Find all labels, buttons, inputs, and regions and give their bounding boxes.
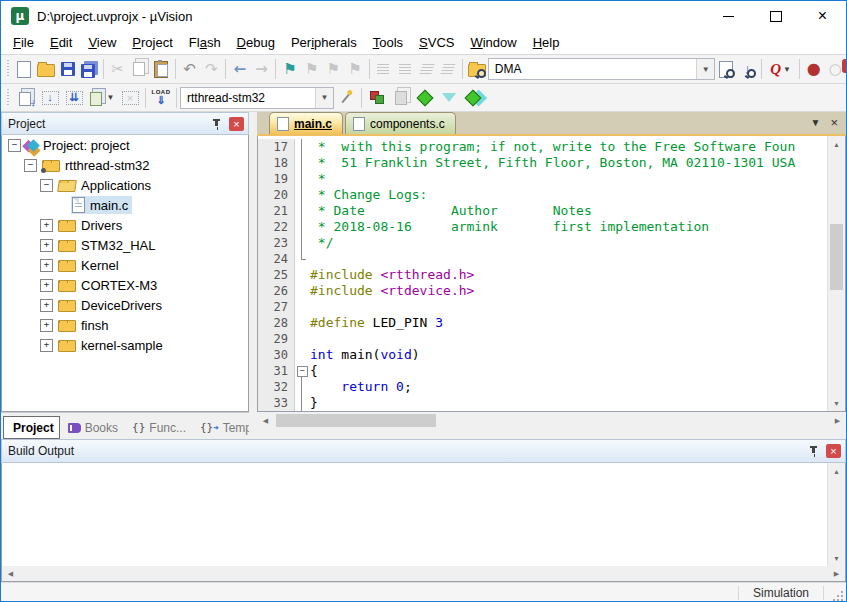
open-file-button[interactable] xyxy=(35,58,57,81)
incremental-find-button[interactable]: ↓ xyxy=(737,58,759,81)
build-output-hscrollbar[interactable]: ◀ ▶ xyxy=(2,566,845,581)
collapse-box-icon[interactable]: − xyxy=(24,159,37,172)
scroll-up-icon[interactable]: ▲ xyxy=(828,136,845,152)
pack-installer-button[interactable] xyxy=(461,86,485,109)
menu-view[interactable]: View xyxy=(80,32,124,53)
paste-button[interactable] xyxy=(150,58,172,81)
scroll-right-icon[interactable]: ▶ xyxy=(829,412,846,429)
tree-item-applications[interactable]: −Applications xyxy=(2,175,248,195)
build-button[interactable]: ↓ xyxy=(38,86,62,109)
menu-debug[interactable]: Debug xyxy=(229,32,283,53)
editor-tab-main-c[interactable]: main.c xyxy=(269,112,343,134)
tree-item-main-c[interactable]: main.c xyxy=(2,195,248,215)
panel-splitter[interactable] xyxy=(249,112,257,439)
editor-tab-components-c[interactable]: components.c xyxy=(345,112,456,134)
menu-window[interactable]: Window xyxy=(462,32,524,53)
redo-button[interactable]: ↷ xyxy=(200,58,222,81)
close-button[interactable]: × xyxy=(799,1,846,31)
document-list-dropdown-icon[interactable]: ▼ xyxy=(811,117,821,128)
code-area[interactable]: 17 * with this program; if not, write to… xyxy=(257,136,846,412)
menu-peripherals[interactable]: Peripherals xyxy=(283,32,365,53)
next-bookmark-button[interactable]: ⚑ xyxy=(322,58,344,81)
toggle-bookmark-button[interactable]: ⚑ xyxy=(279,58,301,81)
resize-grip[interactable] xyxy=(830,588,844,602)
build-output-close-icon[interactable]: × xyxy=(826,444,841,458)
toolbar-grip[interactable] xyxy=(6,89,11,107)
translate-button[interactable]: ↓ xyxy=(14,86,38,109)
expand-box-icon[interactable]: + xyxy=(40,219,53,232)
collapse-box-icon[interactable]: − xyxy=(40,179,53,192)
expand-box-icon[interactable]: + xyxy=(40,299,53,312)
expand-box-icon[interactable]: + xyxy=(40,279,53,292)
menu-tools[interactable]: Tools xyxy=(365,32,411,53)
project-panel-close-icon[interactable]: × xyxy=(229,117,244,131)
scroll-down-icon[interactable]: ▼ xyxy=(828,395,845,411)
expand-box-icon[interactable]: + xyxy=(40,339,53,352)
pin-icon[interactable] xyxy=(211,117,223,131)
tree-item-devicedrivers[interactable]: +DeviceDrivers xyxy=(2,295,248,315)
scroll-right-icon[interactable]: ▶ xyxy=(828,565,845,582)
scroll-left-icon[interactable]: ◀ xyxy=(257,412,274,429)
file-extensions-button[interactable] xyxy=(437,86,461,109)
expand-box-icon[interactable]: + xyxy=(40,259,53,272)
target-combo[interactable]: rtthread-stm32 ▼ xyxy=(180,87,334,109)
menu-help[interactable]: Help xyxy=(525,32,568,53)
tree-item-cortex-m3[interactable]: +CORTEX-M3 xyxy=(2,275,248,295)
editor-vscroll-thumb[interactable] xyxy=(830,224,843,290)
tree-item-kernel[interactable]: +Kernel xyxy=(2,255,248,275)
menu-flash[interactable]: Flash xyxy=(181,32,229,53)
pin-icon[interactable] xyxy=(808,444,820,458)
toolbar-grip[interactable] xyxy=(6,60,11,78)
menu-svcs[interactable]: SVCS xyxy=(411,32,462,53)
rebuild-button[interactable]: ⇊ xyxy=(62,86,86,109)
build-output-vscrollbar[interactable]: ▲ ▼ xyxy=(827,463,845,566)
search-combo-value[interactable]: DMA xyxy=(489,62,696,76)
copy-button[interactable] xyxy=(129,58,151,81)
multi-project-button[interactable] xyxy=(389,86,413,109)
fold-collapse-icon[interactable]: − xyxy=(295,363,308,379)
panel-tab-books[interactable]: Books xyxy=(62,416,124,439)
expand-box-icon[interactable]: + xyxy=(40,319,53,332)
menu-project[interactable]: Project xyxy=(124,32,180,53)
comment-button[interactable] xyxy=(416,58,438,81)
clear-bookmarks-button[interactable]: ⚑ xyxy=(344,58,366,81)
scroll-down-icon[interactable]: ▼ xyxy=(828,550,845,566)
indent-button[interactable] xyxy=(373,58,395,81)
save-button[interactable] xyxy=(57,58,79,81)
find-in-files-button[interactable] xyxy=(466,58,488,81)
editor-hscroll-thumb[interactable] xyxy=(276,414,436,427)
debug-query-button[interactable]: Q▼ xyxy=(765,58,796,81)
minimize-button[interactable] xyxy=(705,1,752,31)
target-combo-value[interactable]: rtthread-stm32 xyxy=(181,91,315,105)
undo-button[interactable]: ↶ xyxy=(179,58,201,81)
outdent-button[interactable] xyxy=(394,58,416,81)
tree-item-stm32-hal[interactable]: +STM32_HAL xyxy=(2,235,248,255)
menu-edit[interactable]: Edit xyxy=(42,32,80,53)
build-output-text[interactable] xyxy=(2,463,827,566)
editor-vscrollbar[interactable]: ▲ ▼ xyxy=(827,136,845,411)
tree-item-drivers[interactable]: +Drivers xyxy=(2,215,248,235)
tree-item-rtthread-stm32[interactable]: −rtthread-stm32 xyxy=(2,155,248,175)
search-combo[interactable]: DMA ▼ xyxy=(488,58,715,80)
navigate-back-button[interactable]: ← xyxy=(229,58,251,81)
find-button[interactable] xyxy=(715,58,737,81)
runtime-environment-button[interactable] xyxy=(413,86,437,109)
prev-bookmark-button[interactable]: ⚑ xyxy=(301,58,323,81)
maximize-button[interactable] xyxy=(752,1,799,31)
manage-project-items-button[interactable] xyxy=(365,86,389,109)
expand-box-icon[interactable]: + xyxy=(40,239,53,252)
tree-item-project-project[interactable]: −Project: project xyxy=(2,135,248,155)
navigate-forward-button[interactable]: → xyxy=(251,58,273,81)
stop-build-button[interactable]: × xyxy=(118,86,142,109)
collapse-box-icon[interactable]: − xyxy=(8,139,21,152)
new-file-button[interactable] xyxy=(14,58,36,81)
target-options-button[interactable] xyxy=(334,86,358,109)
scroll-up-icon[interactable]: ▲ xyxy=(828,463,845,479)
search-combo-dropdown[interactable]: ▼ xyxy=(696,59,714,79)
batch-build-button[interactable]: ▼ xyxy=(86,86,118,109)
download-button[interactable]: LOAD⇓ xyxy=(149,86,173,109)
editor-hscrollbar[interactable]: ◀ ▶ xyxy=(257,412,846,429)
save-all-button[interactable] xyxy=(78,58,100,81)
breakpoint-toggle-button[interactable]: ● xyxy=(803,58,825,81)
tree-item-kernel-sample[interactable]: +kernel-sample xyxy=(2,335,248,355)
